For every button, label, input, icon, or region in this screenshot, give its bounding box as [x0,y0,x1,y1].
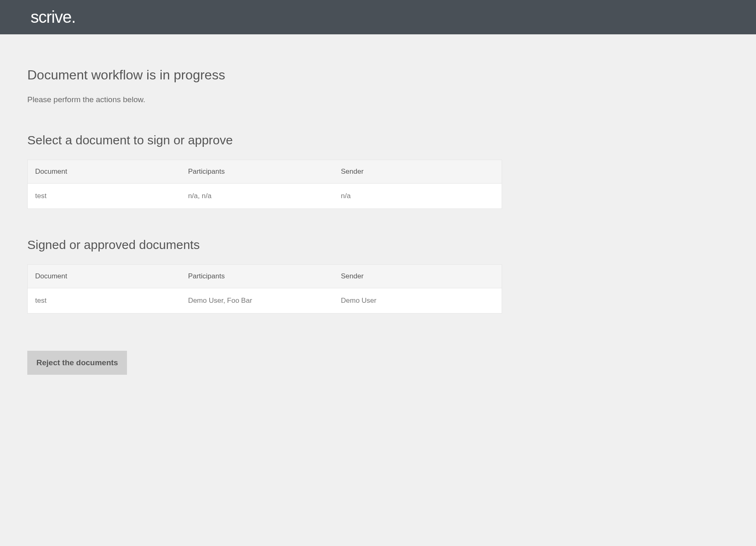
column-header-sender: Sender [341,168,494,176]
table-header: Document Participants Sender [28,265,502,288]
page-subtitle: Please perform the actions below. [27,95,502,104]
main-content: Document workflow is in progress Please … [0,34,529,391]
app-header: scrive. [0,0,756,34]
cell-document: test [35,192,188,200]
column-header-sender: Sender [341,272,494,280]
signed-section-title: Signed or approved documents [27,238,502,252]
cell-sender: Demo User [341,297,494,305]
cell-document: test [35,297,188,305]
column-header-document: Document [35,272,188,280]
pending-section-title: Select a document to sign or approve [27,133,502,147]
reject-button[interactable]: Reject the documents [27,351,127,375]
table-header: Document Participants Sender [28,160,502,184]
column-header-participants: Participants [188,168,341,176]
cell-participants: n/a, n/a [188,192,341,200]
cell-participants: Demo User, Foo Bar [188,297,341,305]
pending-documents-table: Document Participants Sender test n/a, n… [27,160,502,209]
signed-documents-table: Document Participants Sender test Demo U… [27,264,502,314]
cell-sender: n/a [341,192,494,200]
logo: scrive. [31,8,76,26]
column-header-document: Document [35,168,188,176]
column-header-participants: Participants [188,272,341,280]
page-title: Document workflow is in progress [27,67,502,83]
table-row[interactable]: test Demo User, Foo Bar Demo User [28,288,502,313]
table-row[interactable]: test n/a, n/a n/a [28,184,502,208]
